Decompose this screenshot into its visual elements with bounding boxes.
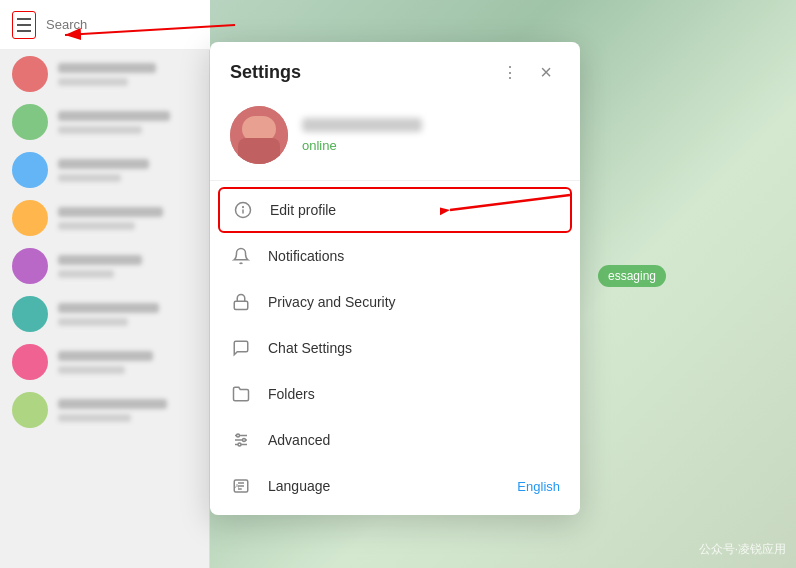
- profile-info: online: [302, 118, 560, 153]
- profile-avatar: [230, 106, 288, 164]
- dialog-title: Settings: [230, 62, 301, 83]
- info-circle-icon: [232, 199, 254, 221]
- settings-dialog: Settings ⋮ ×: [210, 42, 580, 515]
- svg-point-16: [237, 434, 240, 437]
- menu-item-label: Advanced: [268, 432, 560, 448]
- menu-item-privacy-security[interactable]: Privacy and Security: [210, 279, 580, 325]
- dialog-profile: online: [210, 98, 580, 181]
- dialog-header: Settings ⋮ ×: [210, 42, 580, 98]
- more-options-button[interactable]: ⋮: [496, 58, 524, 86]
- menu-item-advanced[interactable]: Advanced: [210, 417, 580, 463]
- menu-item-language[interactable]: A Language English: [210, 463, 580, 509]
- menu-item-label: Notifications: [268, 248, 560, 264]
- font-icon: A: [230, 475, 252, 497]
- menu-item-chat-settings[interactable]: Chat Settings: [210, 325, 580, 371]
- svg-rect-12: [234, 301, 248, 309]
- close-icon: ×: [540, 61, 552, 84]
- bell-icon: [230, 245, 252, 267]
- language-value: English: [517, 479, 560, 494]
- menu-item-edit-profile[interactable]: Edit profile: [218, 187, 572, 233]
- menu-item-notifications[interactable]: Notifications: [210, 233, 580, 279]
- menu-item-label: Chat Settings: [268, 340, 560, 356]
- sliders-icon: [230, 429, 252, 451]
- menu-item-label: Privacy and Security: [268, 294, 560, 310]
- dialog-overlay: Settings ⋮ ×: [0, 0, 796, 568]
- profile-status: online: [302, 138, 560, 153]
- svg-rect-8: [238, 138, 280, 164]
- svg-point-18: [238, 443, 241, 446]
- dialog-menu: Edit profile Notifications: [210, 181, 580, 515]
- avatar-image: [230, 106, 288, 164]
- lock-icon: [230, 291, 252, 313]
- menu-item-label: Folders: [268, 386, 560, 402]
- menu-item-folders[interactable]: Folders: [210, 371, 580, 417]
- dialog-actions: ⋮ ×: [496, 58, 560, 86]
- folder-icon: [230, 383, 252, 405]
- close-button[interactable]: ×: [532, 58, 560, 86]
- more-icon: ⋮: [502, 63, 518, 82]
- svg-text:A: A: [235, 483, 239, 489]
- profile-name-blurred: [302, 118, 422, 132]
- svg-point-17: [243, 439, 246, 442]
- comment-icon: [230, 337, 252, 359]
- menu-item-label: Language: [268, 478, 501, 494]
- menu-item-label: Edit profile: [270, 202, 558, 218]
